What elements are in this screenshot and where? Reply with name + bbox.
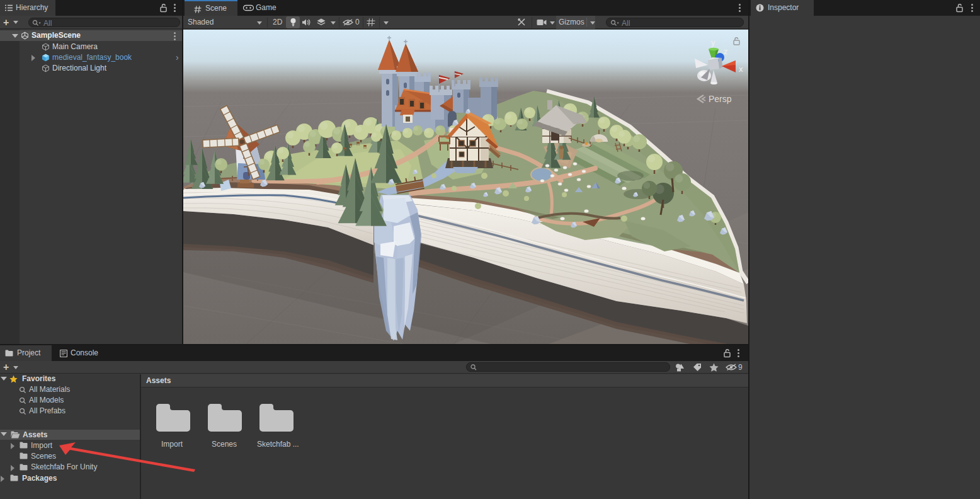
svg-text:Persp: Persp — [709, 94, 732, 104]
svg-text:y: y — [711, 38, 715, 47]
svg-text:x: x — [739, 64, 743, 74]
svg-text:z: z — [724, 47, 728, 56]
